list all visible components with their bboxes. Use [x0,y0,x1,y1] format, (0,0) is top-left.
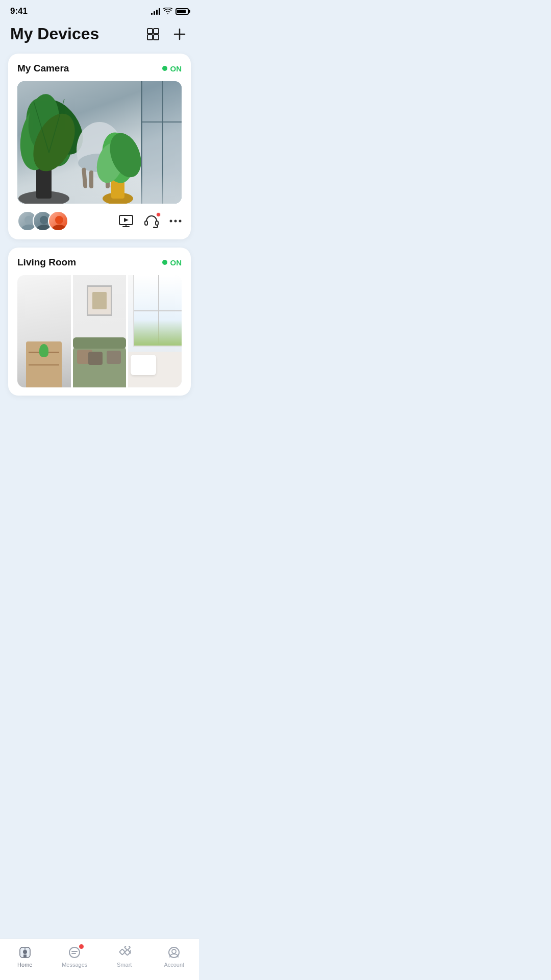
camera-title: My Camera [17,63,69,74]
svg-point-31 [52,225,66,231]
page-header: My Devices [0,20,199,54]
bright-window [133,275,182,347]
bed-pillow [131,355,156,375]
avatar-group [17,211,68,231]
living-room-feed[interactable] [17,275,182,387]
svg-point-39 [170,220,172,223]
feed-cell-3 [128,275,182,387]
monitor-button[interactable] [118,214,134,228]
plant-right-svg [95,122,141,204]
signal-icon [151,8,160,15]
small-plant [39,344,48,357]
wifi-icon [163,8,172,15]
card-footer-camera [17,211,182,231]
camera-actions [118,214,182,228]
headset-button[interactable] [144,214,159,228]
svg-rect-36 [145,221,147,225]
status-dot-on [162,66,167,71]
svg-rect-0 [147,29,153,34]
svg-rect-37 [156,221,158,225]
svg-rect-2 [147,35,153,40]
svg-rect-1 [154,29,159,34]
pillow-3 [107,351,121,364]
status-dot-on-living [162,260,167,265]
card-header-camera: My Camera ON [17,63,182,74]
page-title: My Devices [10,24,99,43]
device-card-living-room[interactable]: Living Room ON [8,248,191,396]
status-time: 9:41 [10,6,28,16]
device-card-camera[interactable]: My Camera ON [8,54,191,239]
sofa-seat [73,347,127,387]
svg-point-28 [40,216,48,224]
card-header-living: Living Room ON [17,257,182,268]
wall-frame [87,285,112,316]
feed-cell-1 [17,275,71,387]
room-scene-sofa [73,275,127,387]
dresser-furniture [26,341,62,387]
avatar-3 [48,211,68,231]
svg-point-41 [179,220,182,223]
battery-icon [176,8,189,15]
status-bar: 9:41 [0,0,199,20]
window-pane-h [134,310,182,311]
living-room-status: ON [162,258,182,267]
status-icons [151,8,189,15]
devices-list: My Camera ON [0,54,199,442]
frame-content [92,292,107,309]
room-scene-image [17,81,182,204]
svg-point-30 [55,216,63,224]
svg-marker-35 [124,218,129,222]
grid-view-button[interactable] [144,25,162,43]
svg-rect-19 [89,170,93,188]
header-actions [144,25,189,43]
svg-point-26 [24,216,33,224]
living-room-title: Living Room [17,257,76,268]
room-scene-dresser [17,275,71,387]
camera-feed[interactable] [17,81,182,204]
more-options-button[interactable] [169,219,182,223]
svg-rect-3 [154,35,159,40]
feed-cell-2 [73,275,127,387]
outside-greenery [134,320,182,346]
camera-status: ON [162,64,182,73]
notification-dot [156,212,161,217]
svg-point-40 [174,220,177,223]
sofa-back [73,337,127,349]
pillow-2 [88,352,103,365]
svg-point-38 [153,227,155,228]
bed-surface [128,352,182,387]
add-device-button[interactable] [170,25,189,43]
room-scene-window [128,275,182,387]
